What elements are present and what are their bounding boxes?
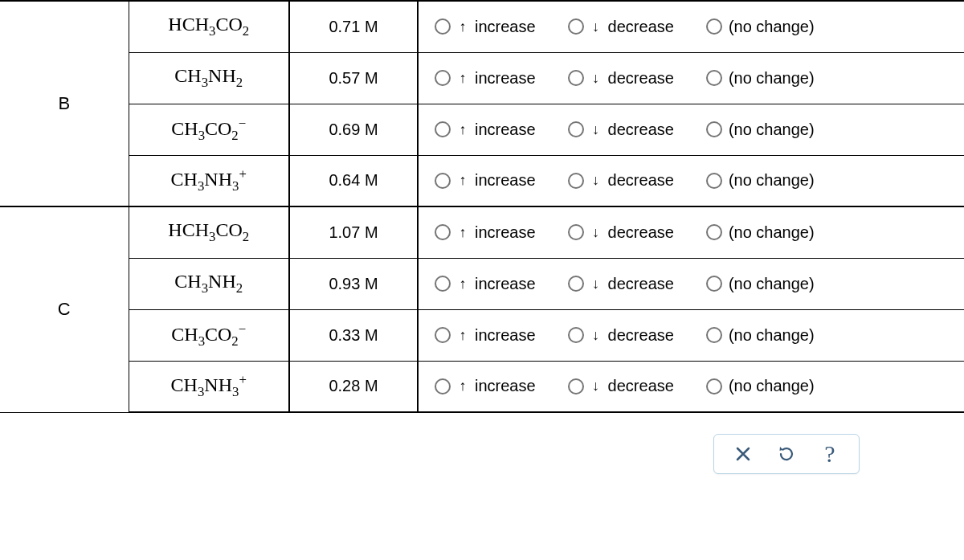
options-cell: ↑increase↓decrease(no change)	[418, 1, 964, 52]
radio-icon	[706, 70, 722, 86]
radio-option-increase[interactable]: ↑increase	[435, 18, 536, 36]
option-label: decrease	[608, 171, 674, 190]
close-icon[interactable]	[732, 443, 754, 465]
radio-icon	[706, 327, 722, 343]
reset-icon[interactable]	[775, 443, 798, 465]
radio-icon	[435, 18, 451, 35]
increase-arrow-icon: ↑	[457, 18, 468, 35]
radio-icon	[568, 378, 584, 394]
option-label: decrease	[608, 275, 674, 293]
formula-cell: CH3CO2−	[129, 104, 289, 155]
radio-option-nochange[interactable]: (no change)	[706, 275, 815, 293]
group-label: C	[0, 206, 129, 412]
increase-arrow-icon: ↑	[457, 224, 468, 241]
option-label: (no change)	[729, 275, 815, 293]
option-label: (no change)	[729, 377, 815, 395]
radio-icon	[568, 173, 584, 189]
formula-cell: HCH3CO2	[129, 206, 289, 258]
option-label: decrease	[608, 18, 674, 36]
increase-arrow-icon: ↑	[457, 70, 468, 87]
radio-option-increase[interactable]: ↑increase	[435, 275, 536, 293]
radio-icon	[706, 173, 722, 189]
radio-option-decrease[interactable]: ↓decrease	[568, 171, 674, 190]
help-icon[interactable]: ?	[819, 443, 841, 465]
option-label: decrease	[608, 121, 674, 139]
options-cell: ↑increase↓decrease(no change)	[418, 52, 964, 104]
options-cell: ↑increase↓decrease(no change)	[418, 206, 964, 258]
radio-option-decrease[interactable]: ↓decrease	[568, 377, 674, 395]
radio-option-nochange[interactable]: (no change)	[706, 377, 815, 395]
radio-icon	[435, 327, 451, 343]
radio-option-nochange[interactable]: (no change)	[706, 121, 815, 139]
radio-option-increase[interactable]: ↑increase	[435, 171, 536, 190]
option-label: increase	[475, 223, 536, 242]
group-label: B	[0, 1, 129, 206]
radio-option-nochange[interactable]: (no change)	[706, 326, 815, 345]
option-label: increase	[475, 275, 536, 293]
concentration-cell: 0.64 M	[289, 155, 418, 206]
radio-option-decrease[interactable]: ↓decrease	[568, 326, 674, 345]
action-toolbar: ?	[713, 434, 860, 474]
radio-option-decrease[interactable]: ↓decrease	[568, 121, 674, 139]
concentration-cell: 0.93 M	[289, 258, 418, 309]
radio-option-nochange[interactable]: (no change)	[706, 223, 815, 242]
concentration-cell: 0.71 M	[289, 1, 418, 52]
increase-arrow-icon: ↑	[457, 327, 468, 344]
radio-option-increase[interactable]: ↑increase	[435, 69, 536, 88]
radio-option-increase[interactable]: ↑increase	[435, 223, 536, 242]
radio-icon	[706, 121, 722, 137]
option-label: decrease	[608, 377, 674, 395]
decrease-arrow-icon: ↓	[590, 70, 602, 87]
radio-icon	[435, 378, 451, 394]
radio-option-decrease[interactable]: ↓decrease	[568, 18, 674, 36]
radio-icon	[435, 173, 451, 189]
option-label: decrease	[608, 69, 674, 88]
decrease-arrow-icon: ↓	[590, 327, 602, 344]
options-cell: ↑increase↓decrease(no change)	[418, 258, 964, 309]
decrease-arrow-icon: ↓	[590, 224, 602, 241]
radio-icon	[435, 121, 451, 137]
radio-icon	[568, 327, 584, 343]
radio-option-increase[interactable]: ↑increase	[435, 377, 536, 395]
decrease-arrow-icon: ↓	[590, 121, 602, 138]
radio-option-increase[interactable]: ↑increase	[435, 326, 536, 345]
option-label: (no change)	[729, 121, 815, 139]
radio-icon	[706, 378, 722, 394]
radio-option-increase[interactable]: ↑increase	[435, 121, 536, 139]
radio-icon	[568, 70, 584, 86]
option-label: (no change)	[729, 223, 815, 242]
option-label: increase	[475, 121, 536, 139]
radio-option-nochange[interactable]: (no change)	[706, 171, 815, 190]
equilibrium-table: BHCH3CO20.71 M↑increase↓decrease(no chan…	[0, 0, 964, 413]
radio-option-nochange[interactable]: (no change)	[706, 69, 815, 88]
option-label: increase	[475, 18, 536, 36]
formula-cell: CH3NH2	[129, 52, 289, 104]
increase-arrow-icon: ↑	[457, 121, 468, 138]
options-cell: ↑increase↓decrease(no change)	[418, 155, 964, 206]
concentration-cell: 0.69 M	[289, 104, 418, 155]
radio-option-decrease[interactable]: ↓decrease	[568, 275, 674, 293]
option-label: decrease	[608, 326, 674, 345]
options-cell: ↑increase↓decrease(no change)	[418, 309, 964, 361]
options-cell: ↑increase↓decrease(no change)	[418, 104, 964, 155]
radio-option-decrease[interactable]: ↓decrease	[568, 69, 674, 88]
concentration-cell: 1.07 M	[289, 206, 418, 258]
increase-arrow-icon: ↑	[457, 172, 468, 189]
increase-arrow-icon: ↑	[457, 378, 468, 394]
decrease-arrow-icon: ↓	[590, 18, 602, 35]
concentration-cell: 0.57 M	[289, 52, 418, 104]
radio-icon	[568, 224, 584, 240]
radio-icon	[568, 121, 584, 137]
options-cell: ↑increase↓decrease(no change)	[418, 361, 964, 412]
formula-cell: CH3NH3+	[129, 361, 289, 412]
radio-icon	[435, 276, 451, 292]
option-label: (no change)	[729, 326, 815, 345]
option-label: increase	[475, 171, 536, 190]
radio-icon	[435, 224, 451, 240]
radio-option-nochange[interactable]: (no change)	[706, 18, 815, 36]
increase-arrow-icon: ↑	[457, 276, 468, 292]
decrease-arrow-icon: ↓	[590, 172, 602, 189]
formula-cell: CH3NH2	[129, 258, 289, 309]
radio-option-decrease[interactable]: ↓decrease	[568, 223, 674, 242]
concentration-cell: 0.28 M	[289, 361, 418, 412]
